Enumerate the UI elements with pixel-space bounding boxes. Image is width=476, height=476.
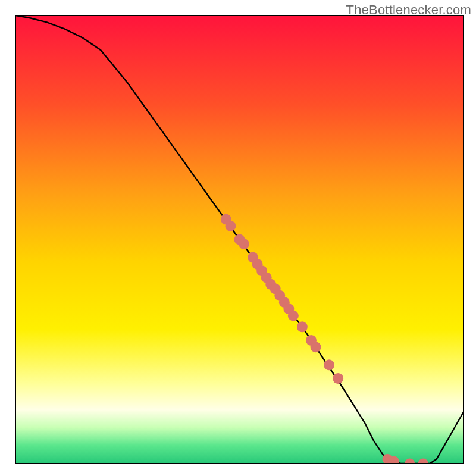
scatter-point [311,342,321,352]
scatter-point [225,221,236,231]
scatter-point [297,321,308,332]
scatter-point [324,359,334,370]
scatter-point [333,373,343,384]
scatter-point [288,311,299,321]
scatter-point [389,456,399,466]
watermark-text: TheBottlenecker.com [346,2,471,18]
chart-container: TheBottlenecker.com [0,0,476,476]
scatter-point [239,239,249,249]
chart-svg [0,0,476,476]
